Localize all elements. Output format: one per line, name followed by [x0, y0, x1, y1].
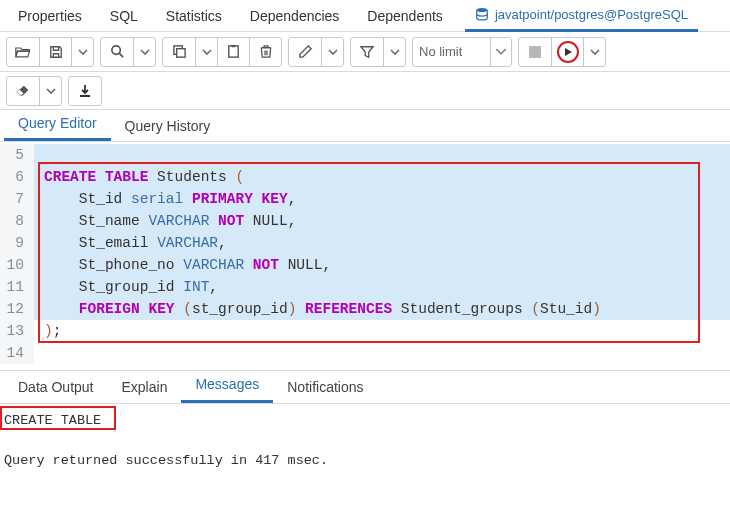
code-content[interactable]: St_email VARCHAR,	[34, 232, 730, 254]
tab-explain[interactable]: Explain	[108, 371, 182, 403]
tab-data-output[interactable]: Data Output	[4, 371, 108, 403]
toolbar-row-2	[0, 72, 730, 110]
svg-rect-4	[229, 46, 238, 57]
tab-query-editor[interactable]: Query Editor	[4, 108, 111, 141]
code-content[interactable]: St_name VARCHAR NOT NULL,	[34, 210, 730, 232]
limit-select[interactable]: No limit	[413, 38, 491, 66]
clear-button[interactable]	[7, 77, 39, 105]
code-content[interactable]: St_id serial PRIMARY KEY,	[34, 188, 730, 210]
line-number: 10	[0, 254, 34, 276]
database-icon	[475, 7, 489, 21]
edit-icon	[298, 44, 313, 59]
execute-button[interactable]	[551, 38, 583, 66]
chevron-down-icon	[590, 49, 600, 55]
svg-point-1	[111, 46, 119, 54]
code-content[interactable]: );	[34, 320, 730, 342]
search-icon	[110, 44, 125, 59]
line-number: 8	[0, 210, 34, 232]
code-line[interactable]: 6CREATE TABLE Students (	[0, 166, 730, 188]
connection-label: javatpoint/postgres@PostgreSQL	[495, 7, 688, 22]
code-content[interactable]: CREATE TABLE Students (	[34, 166, 730, 188]
code-line[interactable]: 10 St_phone_no VARCHAR NOT NULL,	[0, 254, 730, 276]
limit-chevron[interactable]	[491, 48, 511, 55]
top-tabs: Properties SQL Statistics Dependencies D…	[0, 0, 730, 32]
edit-dropdown[interactable]	[321, 38, 343, 66]
line-number: 5	[0, 144, 34, 166]
execute-dropdown[interactable]	[583, 38, 605, 66]
save-button[interactable]	[39, 38, 71, 66]
chevron-down-icon	[202, 49, 212, 55]
code-line[interactable]: 8 St_name VARCHAR NOT NULL,	[0, 210, 730, 232]
filter-button[interactable]	[351, 38, 383, 66]
code-line[interactable]: 11 St_group_id INT,	[0, 276, 730, 298]
paste-icon	[226, 44, 241, 59]
message-line-1: CREATE TABLE	[4, 410, 726, 432]
line-number: 7	[0, 188, 34, 210]
edit-button[interactable]	[289, 38, 321, 66]
tab-query-history[interactable]: Query History	[111, 111, 225, 141]
stop-button[interactable]	[519, 38, 551, 66]
play-icon	[557, 41, 579, 63]
editor-tabs: Query Editor Query History	[0, 110, 730, 142]
filter-icon	[360, 45, 374, 59]
copy-icon	[172, 44, 187, 59]
messages-panel: CREATE TABLE Query returned successfully…	[0, 404, 730, 478]
code-line[interactable]: 7 St_id serial PRIMARY KEY,	[0, 188, 730, 210]
stop-icon	[529, 46, 541, 58]
tab-messages[interactable]: Messages	[181, 368, 273, 403]
tab-dependents[interactable]: Dependents	[353, 1, 457, 31]
svg-rect-6	[529, 46, 541, 58]
svg-point-0	[477, 8, 488, 12]
chevron-down-icon	[328, 49, 338, 55]
save-dropdown[interactable]	[71, 38, 93, 66]
line-number: 14	[0, 342, 34, 364]
tab-properties[interactable]: Properties	[4, 1, 96, 31]
copy-button[interactable]	[163, 38, 195, 66]
toolbar-row-1: No limit	[0, 32, 730, 72]
tab-statistics[interactable]: Statistics	[152, 1, 236, 31]
open-button[interactable]	[7, 38, 39, 66]
svg-rect-3	[176, 49, 184, 57]
download-icon	[78, 84, 92, 98]
chevron-down-icon	[495, 48, 507, 55]
line-number: 12	[0, 298, 34, 320]
chevron-down-icon	[78, 49, 88, 55]
clear-dropdown[interactable]	[39, 77, 61, 105]
tab-sql[interactable]: SQL	[96, 1, 152, 31]
line-number: 9	[0, 232, 34, 254]
chevron-down-icon	[140, 49, 150, 55]
eraser-icon	[15, 84, 31, 98]
line-number: 11	[0, 276, 34, 298]
tab-notifications[interactable]: Notifications	[273, 371, 377, 403]
code-line[interactable]: 13);	[0, 320, 730, 342]
code-line[interactable]: 9 St_email VARCHAR,	[0, 232, 730, 254]
code-line[interactable]: 14	[0, 342, 730, 364]
copy-dropdown[interactable]	[195, 38, 217, 66]
code-content[interactable]: St_group_id INT,	[34, 276, 730, 298]
chevron-down-icon	[46, 88, 56, 94]
save-icon	[49, 45, 63, 59]
code-content[interactable]	[34, 144, 730, 166]
limit-label: No limit	[419, 44, 462, 59]
code-content[interactable]: FOREIGN KEY (st_group_id) REFERENCES Stu…	[34, 298, 730, 320]
tab-dependencies[interactable]: Dependencies	[236, 1, 354, 31]
find-dropdown[interactable]	[133, 38, 155, 66]
line-number: 13	[0, 320, 34, 342]
code-line[interactable]: 12 FOREIGN KEY (st_group_id) REFERENCES …	[0, 298, 730, 320]
tab-connection[interactable]: javatpoint/postgres@PostgreSQL	[465, 0, 698, 32]
download-button[interactable]	[69, 77, 101, 105]
trash-icon	[259, 44, 273, 59]
line-number: 6	[0, 166, 34, 188]
query-editor[interactable]: 5 6CREATE TABLE Students (7 St_id serial…	[0, 142, 730, 370]
code-content[interactable]	[34, 342, 730, 364]
paste-button[interactable]	[217, 38, 249, 66]
filter-dropdown[interactable]	[383, 38, 405, 66]
output-tabs: Data Output Explain Messages Notificatio…	[0, 370, 730, 404]
code-content[interactable]: St_phone_no VARCHAR NOT NULL,	[34, 254, 730, 276]
delete-button[interactable]	[249, 38, 281, 66]
code-line[interactable]: 5	[0, 144, 730, 166]
chevron-down-icon	[390, 49, 400, 55]
find-button[interactable]	[101, 38, 133, 66]
message-line-2: Query returned successfully in 417 msec.	[4, 450, 726, 472]
folder-open-icon	[15, 45, 31, 59]
